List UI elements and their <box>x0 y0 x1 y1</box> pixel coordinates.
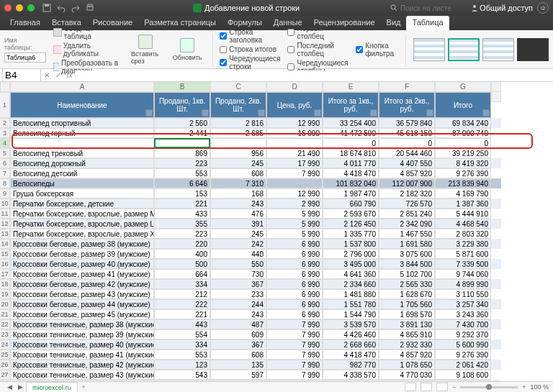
cell[interactable]: 2 803 320 <box>435 229 491 239</box>
tab-Вид[interactable]: Вид <box>381 16 407 30</box>
search-box[interactable] <box>390 4 465 12</box>
cell[interactable]: 2 182 320 <box>379 188 435 199</box>
cell[interactable]: 2 990 <box>266 199 323 209</box>
table-header[interactable]: Итого за 2кв., руб. <box>379 92 435 118</box>
cell[interactable]: 7 990 <box>266 360 323 370</box>
row-header[interactable]: 10 <box>0 199 10 209</box>
column-header[interactable]: D <box>266 82 323 92</box>
pivot-button[interactable]: Сводная таблица <box>53 24 121 40</box>
cell[interactable]: 3 539 570 <box>323 319 379 329</box>
add-sheet-button[interactable]: + <box>78 383 90 391</box>
row-header[interactable]: 27 <box>0 370 10 380</box>
cell[interactable]: 213 839 940 <box>435 178 491 188</box>
last-col-check[interactable]: Последний столбец <box>287 42 349 58</box>
cell[interactable]: 391 <box>210 219 266 229</box>
row-header[interactable]: 13 <box>0 229 10 239</box>
cell[interactable]: 244 <box>210 299 266 309</box>
feedback-icon[interactable]: ☺ <box>537 2 549 14</box>
cell[interactable]: 4 857 920 <box>379 350 435 360</box>
cell[interactable]: 4 407 550 <box>379 158 435 168</box>
cell[interactable]: Кроссовки теннисные, размер 41 (мужские) <box>10 350 154 360</box>
cell[interactable]: 726 570 <box>379 199 435 209</box>
cell[interactable]: 4 468 540 <box>435 219 491 229</box>
filter-dropdown-icon[interactable] <box>314 109 321 117</box>
cell[interactable]: 112 007 900 <box>379 178 435 188</box>
cell[interactable]: 4 011 770 <box>323 158 379 168</box>
table-header[interactable]: Цена, руб. <box>266 92 323 118</box>
table-header[interactable]: Итого за 1кв., руб. <box>323 92 379 118</box>
table-style-2[interactable] <box>448 38 480 61</box>
cell[interactable]: 5 871 600 <box>435 249 491 259</box>
cell[interactable]: 41 472 590 <box>323 128 379 138</box>
table-styles-gallery[interactable] <box>413 38 549 61</box>
cell[interactable]: 1 335 770 <box>323 229 379 239</box>
cell[interactable]: 1 691 580 <box>379 239 435 249</box>
name-box[interactable] <box>2 68 41 82</box>
cell[interactable]: 123 <box>154 360 210 370</box>
sheet-tab[interactable]: microexcel.ru <box>26 382 78 392</box>
cell[interactable]: 6 990 <box>266 239 323 249</box>
cell[interactable]: 440 <box>210 249 266 259</box>
cell[interactable]: 2 334 660 <box>323 279 379 289</box>
cell[interactable]: 7 990 <box>266 329 323 339</box>
cell[interactable]: 2 685 <box>210 128 266 138</box>
cell[interactable]: 242 <box>210 239 266 249</box>
cell[interactable]: 2 851 240 <box>379 209 435 219</box>
cell[interactable]: 245 <box>210 158 266 168</box>
cell[interactable]: 355 <box>154 219 210 229</box>
cell[interactable]: 6 990 <box>266 309 323 319</box>
cell[interactable]: Кроссовки беговые, размер 42 (мужские) <box>10 279 154 289</box>
cell[interactable] <box>154 138 210 148</box>
column-header[interactable]: C <box>210 82 266 92</box>
spreadsheet-grid[interactable]: ABCDEFG1НаименованиеПродано, 1кв. Шт.Про… <box>0 82 553 381</box>
row-header[interactable]: 1 <box>0 92 10 118</box>
cell[interactable]: Кроссовки беговые, размер 43 (мужские) <box>10 289 154 299</box>
cell[interactable]: 7 430 700 <box>435 319 491 329</box>
cell[interactable]: Перчатки боксерские, взрослые, размер L <box>10 219 154 229</box>
cell[interactable]: 135 <box>210 360 266 370</box>
cell[interactable]: 223 <box>154 158 210 168</box>
cell[interactable]: 233 <box>210 289 266 299</box>
cell[interactable]: 4 865 910 <box>379 329 435 339</box>
cell[interactable]: 39 219 250 <box>435 148 491 158</box>
cell[interactable]: 3 495 000 <box>323 259 379 269</box>
filter-dropdown-icon[interactable] <box>370 109 377 117</box>
header-row-check[interactable]: Строка заголовка <box>220 28 280 44</box>
cell[interactable]: 1 481 880 <box>323 289 379 299</box>
row-header[interactable]: 14 <box>0 239 10 249</box>
table-name-input[interactable] <box>4 53 46 63</box>
column-header[interactable] <box>491 82 501 92</box>
filter-dropdown-icon[interactable] <box>482 109 490 117</box>
cell[interactable]: 69 834 240 <box>435 118 491 128</box>
first-col-check[interactable]: Первый столбец <box>287 24 349 40</box>
cell[interactable]: 956 <box>210 148 266 158</box>
cell[interactable]: 608 <box>210 168 266 178</box>
fx-icon[interactable]: fx <box>64 71 76 79</box>
cell[interactable]: 2 342 090 <box>379 219 435 229</box>
save-icon[interactable] <box>42 3 52 13</box>
cell[interactable]: 553 <box>154 350 210 360</box>
row-header[interactable]: 3 <box>0 128 10 138</box>
cell[interactable]: 608 <box>210 350 266 360</box>
cell[interactable]: 5 102 700 <box>379 269 435 279</box>
row-header[interactable]: 6 <box>0 158 10 168</box>
filter-dropdown-icon[interactable] <box>426 109 433 117</box>
cell[interactable] <box>266 138 323 148</box>
cell[interactable]: 18 674 810 <box>323 148 379 158</box>
cell[interactable]: 3 075 600 <box>379 249 435 259</box>
cell[interactable]: 4 641 360 <box>323 269 379 279</box>
row-header[interactable]: 23 <box>0 329 10 339</box>
cell[interactable]: 5 990 <box>266 219 323 229</box>
cell[interactable]: 7 990 <box>266 319 323 329</box>
row-header[interactable]: 24 <box>0 339 10 350</box>
filter-dropdown-icon[interactable] <box>258 109 265 117</box>
cell[interactable]: 4 426 460 <box>323 329 379 339</box>
cell[interactable]: 9 292 370 <box>435 329 491 339</box>
cell[interactable]: 2 796 000 <box>323 249 379 259</box>
cell[interactable]: 2 126 450 <box>323 219 379 229</box>
cell[interactable]: 597 <box>210 370 266 380</box>
cell[interactable]: 221 <box>154 199 210 209</box>
cell[interactable]: 334 <box>154 279 210 289</box>
row-header[interactable]: 4 <box>0 138 10 148</box>
cell[interactable]: Кроссовки теннисные, размер 42 (мужские) <box>10 360 154 370</box>
